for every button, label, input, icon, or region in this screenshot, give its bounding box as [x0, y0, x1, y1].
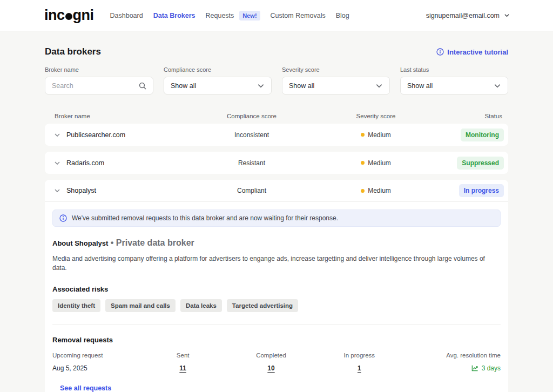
incogni-logo[interactable]: incgni: [44, 7, 94, 24]
account-email: signupemail@email.com: [426, 12, 500, 19]
account-menu[interactable]: signupemail@email.com: [426, 12, 510, 19]
stat-label-sent: Sent: [139, 352, 227, 359]
filter-label: Broker name: [45, 66, 153, 73]
logo-text-suffix: gni: [73, 7, 94, 24]
dropdown-value: Show all: [289, 82, 314, 90]
expand-chevron-icon[interactable]: [54, 132, 60, 138]
chart-trend-icon: [471, 364, 478, 371]
broker-type: Private data broker: [116, 238, 194, 247]
header-severity-score: Severity score: [314, 113, 438, 119]
severity-score-dropdown[interactable]: Show all: [282, 77, 390, 94]
broker-name: Shopalyst: [66, 187, 96, 194]
status-badge: Suppressed: [457, 157, 504, 170]
filter-last-status: Last status Show all: [400, 66, 508, 94]
search-icon: [139, 82, 146, 90]
top-nav: incgni Dashboard Data Brokers Requests N…: [0, 0, 553, 31]
header-status: Status: [438, 113, 508, 119]
compliance-score: Compliant: [190, 187, 314, 194]
severity-dot-icon: [361, 161, 365, 165]
severity-dot-icon: [361, 133, 365, 137]
section-divider: [52, 325, 501, 325]
table-header: Broker name Compliance score Severity sc…: [45, 108, 508, 124]
chevron-down-icon: [375, 82, 383, 90]
collapse-chevron-icon[interactable]: [54, 187, 60, 194]
stat-label-in-progress: In progress: [315, 352, 403, 359]
risk-tag: Spam mail and calls: [105, 299, 176, 312]
filters-bar: Broker name Compliance score Show all Se…: [45, 66, 508, 94]
logo-o-dot-icon: [65, 13, 72, 20]
table-row[interactable]: Shopalyst Compliant Medium In progress: [45, 180, 508, 202]
risk-tag: Data leaks: [180, 299, 222, 312]
expand-chevron-icon[interactable]: [54, 160, 60, 166]
nav-item-blog[interactable]: Blog: [336, 12, 349, 19]
chevron-down-icon: [494, 82, 501, 90]
associated-risks-section: Associated risks Identity theft Spam mai…: [52, 285, 501, 312]
severity-dot-icon: [361, 189, 365, 193]
interactive-tutorial-link[interactable]: Interactive tutorial: [436, 48, 508, 56]
status-badge: Monitoring: [461, 129, 504, 141]
last-status-dropdown[interactable]: Show all: [400, 77, 508, 94]
header-broker-name: Broker name: [45, 113, 190, 119]
tutorial-label: Interactive tutorial: [447, 48, 508, 56]
table-row[interactable]: Radaris.com Resistant Medium Suppressed: [45, 152, 508, 174]
broker-name-search: [45, 77, 153, 94]
stat-value-avg-resolution: 3 days: [482, 364, 501, 372]
table-row[interactable]: Publicsearcher.com Inconsistent Medium M…: [45, 124, 508, 146]
nav-item-dashboard[interactable]: Dashboard: [110, 12, 143, 19]
stat-value-completed[interactable]: 10: [267, 364, 274, 372]
stat-label-completed: Completed: [227, 352, 315, 359]
about-title: About Shopalyst: [52, 239, 108, 247]
severity-score: Medium: [368, 131, 391, 139]
chevron-down-icon: [504, 12, 510, 18]
severity-score: Medium: [368, 159, 391, 167]
stat-value-sent[interactable]: 11: [179, 364, 186, 372]
banner-text: We've submitted removal requests to this…: [72, 214, 338, 222]
filter-compliance-score: Compliance score Show all: [164, 66, 272, 94]
logo-text-prefix: inc: [44, 7, 65, 24]
chevron-down-icon: [257, 82, 265, 90]
filter-broker-name: Broker name: [45, 66, 153, 94]
dropdown-value: Show all: [407, 82, 433, 90]
nav-item-custom-removals[interactable]: Custom Removals: [271, 12, 326, 19]
header-compliance-score: Compliance score: [190, 113, 314, 119]
status-badge: In progress: [459, 184, 504, 197]
filter-label: Severity score: [282, 66, 390, 73]
filter-label: Compliance score: [164, 66, 272, 73]
broker-name: Radaris.com: [66, 159, 104, 167]
status-info-banner: We've submitted removal requests to this…: [52, 209, 501, 227]
broker-name: Publicsearcher.com: [66, 131, 125, 139]
separator: •: [111, 238, 114, 247]
filter-label: Last status: [400, 66, 508, 73]
risk-tag: Targeted advertising: [227, 299, 298, 312]
compliance-score: Inconsistent: [190, 131, 314, 139]
about-section: About Shopalyst • Private data broker: [52, 238, 501, 248]
info-icon: [436, 48, 444, 56]
nav-links: Dashboard Data Brokers Requests New! Cus…: [110, 11, 349, 21]
severity-score: Medium: [368, 187, 391, 194]
info-icon: [59, 214, 67, 222]
filter-severity-score: Severity score Show all: [282, 66, 390, 94]
table-row-expanded: Shopalyst Compliant Medium In progress W…: [45, 180, 508, 392]
removal-title: Removal requests: [52, 336, 501, 344]
page-title: Data brokers: [45, 46, 101, 57]
dropdown-value: Show all: [171, 82, 196, 90]
nav-item-data-brokers[interactable]: Data Brokers: [153, 12, 195, 19]
compliance-score-dropdown[interactable]: Show all: [164, 77, 272, 94]
compliance-score: Resistant: [190, 159, 314, 167]
risks-title: Associated risks: [52, 285, 501, 293]
stat-label-avg-resolution: Avg. resolution time: [403, 352, 501, 359]
stat-label-upcoming: Upcoming request: [52, 352, 139, 359]
broker-description: Media and advertising company offering a…: [52, 254, 501, 273]
risk-tag: Identity theft: [52, 299, 100, 312]
nav-item-requests[interactable]: Requests: [206, 12, 234, 19]
stat-value-in-progress[interactable]: 1: [358, 364, 361, 372]
removal-requests-section: Removal requests Upcoming request Aug 5,…: [52, 336, 501, 392]
see-all-requests-link[interactable]: See all requests: [60, 384, 493, 392]
new-badge: New!: [239, 11, 260, 21]
search-input[interactable]: [52, 82, 127, 90]
stat-value-upcoming: Aug 5, 2025: [52, 364, 139, 372]
